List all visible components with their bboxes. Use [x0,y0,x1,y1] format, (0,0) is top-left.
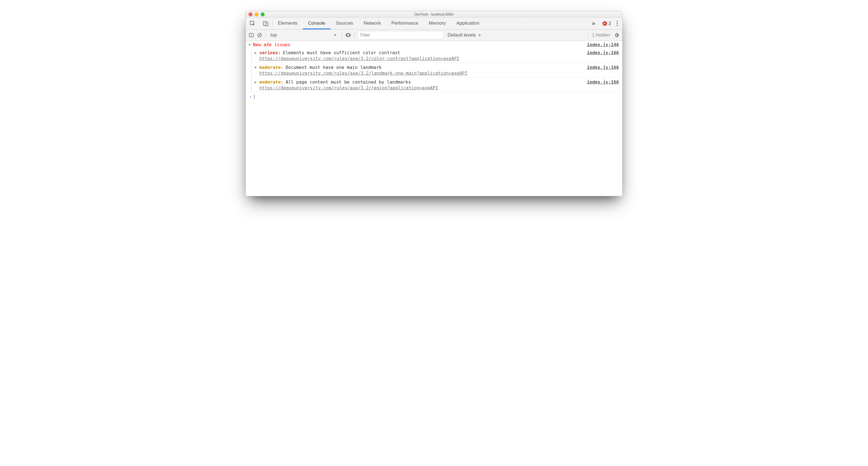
error-icon: ✕ [602,21,607,26]
inspect-element-button[interactable] [246,18,259,29]
inspect-icon [249,21,255,27]
entry-url[interactable]: https://dequeuniversity.com/rules/axe/3.… [254,70,467,76]
toolbar-right: 1 hidden [588,32,619,38]
close-window-button[interactable] [249,12,252,16]
console-entry[interactable]: ▶ serious: Elements must have sufficient… [252,49,622,63]
console-entry[interactable]: ▼ moderate: Document must have one main … [252,63,622,77]
tab-elements[interactable]: Elements [273,18,303,29]
titlebar: DevTools - localhost:3000/ [246,11,622,18]
minimize-window-button[interactable] [255,12,258,16]
svg-rect-2 [266,23,268,26]
group-title: New aXe issues [253,42,290,47]
context-label: top [271,32,277,38]
console-toolbar: top ▼ Default levels ▼ 1 hidden [246,30,622,41]
tab-sources[interactable]: Sources [331,18,358,29]
context-selector[interactable]: top ▼ [268,31,339,39]
clear-console-button[interactable] [257,32,262,38]
tab-console[interactable]: Console [303,18,331,29]
console-prompt[interactable]: › [246,92,622,101]
console-group-header[interactable]: New aXe issues index.js:146 [246,41,622,49]
source-link[interactable]: index.js:166 [587,50,619,55]
console-group-entries: ▶ serious: Elements must have sufficient… [251,49,622,92]
svg-line-5 [258,34,261,36]
main-tabstrip: Elements Console Sources Network Perform… [246,18,622,30]
panel-tabs: Elements Console Sources Network Perform… [273,18,588,29]
entry-message: Elements must have sufficient color cont… [283,50,400,55]
levels-label: Default levels [447,32,476,38]
kebab-dot [617,21,618,22]
kebab-dot [617,25,618,26]
filter-input[interactable] [357,31,444,39]
dropdown-triangle-icon: ▼ [334,33,337,37]
svg-point-6 [348,35,349,36]
severity-label: moderate: [259,80,283,85]
separator [354,32,354,38]
separator [342,32,342,38]
tab-memory[interactable]: Memory [424,18,451,29]
separator [588,32,588,38]
window-controls [249,12,265,16]
separator [265,32,266,38]
toggle-sidebar-button[interactable] [249,32,254,38]
error-count: 2 [609,21,611,26]
severity-label: serious: [259,50,281,55]
source-link[interactable]: index.js:146 [587,42,619,47]
kebab-dot [617,23,618,24]
source-link[interactable]: index.js:166 [587,80,619,85]
more-tabs-button[interactable]: » [588,18,599,29]
device-toolbar-button[interactable] [259,18,272,29]
entry-url[interactable]: https://dequeuniversity.com/rules/axe/3.… [254,85,438,91]
severity-label: moderate: [259,65,283,70]
tab-application[interactable]: Application [451,18,485,29]
log-levels-selector[interactable]: Default levels ▼ [447,32,481,38]
tab-performance[interactable]: Performance [386,18,424,29]
entry-url[interactable]: https://dequeuniversity.com/rules/axe/3.… [254,56,459,61]
tab-network[interactable]: Network [359,18,386,29]
live-expression-button[interactable] [345,32,351,38]
entry-message: All page content must be contained by la… [286,80,411,85]
disclosure-triangle-icon[interactable]: ▶ [254,51,257,55]
dropdown-triangle-icon: ▼ [478,33,481,37]
disclosure-triangle-icon[interactable]: ▼ [254,66,257,69]
console-settings-button[interactable] [614,32,619,38]
text-cursor [254,94,254,99]
hidden-count[interactable]: 1 hidden [592,32,610,38]
window-title: DevTools - localhost:3000/ [246,12,622,16]
console-output: New aXe issues index.js:146 ▶ serious: E… [246,41,622,196]
devtools-menu-button[interactable] [615,20,619,27]
console-entry[interactable]: ▶ moderate: All page content must be con… [252,77,622,92]
zoom-window-button[interactable] [261,12,265,16]
entry-message: Document must have one main landmark [286,65,382,70]
prompt-chevron-icon: › [249,94,252,99]
disclosure-triangle-icon[interactable] [248,43,251,47]
device-icon [263,21,269,27]
source-link[interactable]: index.js:166 [587,65,619,70]
error-count-badge[interactable]: ✕ 2 [602,21,611,26]
chevron-double-right-icon: » [592,20,595,27]
devtools-window: DevTools - localhost:3000/ Elements Con [246,11,622,196]
tabstrip-right: ✕ 2 [599,18,622,29]
disclosure-triangle-icon[interactable]: ▶ [254,80,257,84]
